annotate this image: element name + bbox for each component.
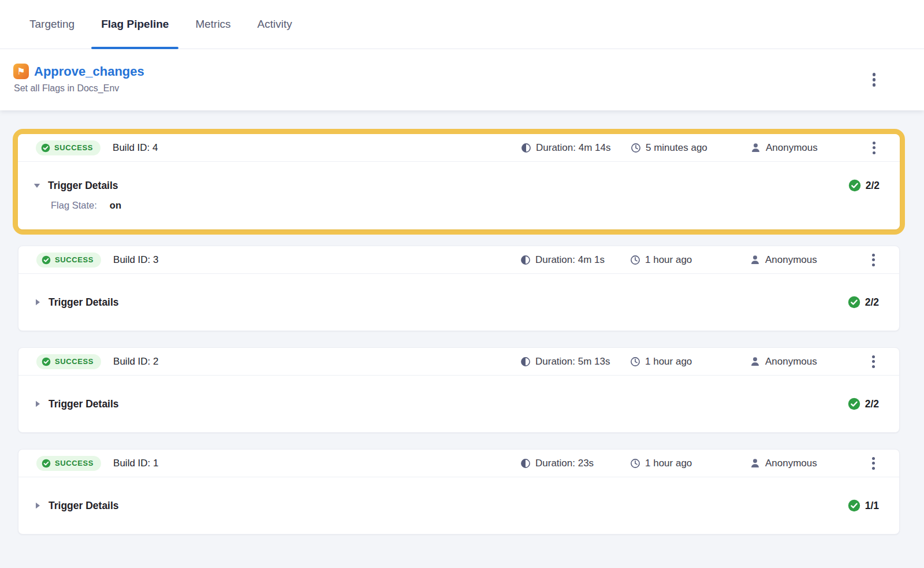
time-ago: 1 hour ago — [630, 356, 750, 367]
trigger-details-label: Trigger Details — [48, 180, 118, 192]
flag-title-block: ⚑ Approve_changes Set all Flags in Docs_… — [13, 64, 144, 94]
triangle-right-icon — [33, 400, 42, 408]
kebab-dot-icon — [872, 360, 875, 363]
executor: Anonymous — [750, 356, 869, 367]
build-body: Trigger Details 2/2 — [18, 376, 899, 432]
flag-state-label: Flag State: — [51, 200, 97, 211]
executor: Anonymous — [750, 142, 870, 154]
tab-activity[interactable]: Activity — [248, 0, 302, 49]
executor-name: Anonymous — [765, 254, 817, 266]
status-label: SUCCESS — [55, 459, 94, 467]
build-meta: Duration: 23s 1 hour ago — [520, 456, 878, 471]
stage-count-text: 1/1 — [865, 500, 879, 512]
build-body: Trigger Details 2/2 — [18, 274, 899, 331]
build-card: SUCCESS Build ID: 2 Duration: 5m 13s — [18, 347, 900, 433]
header-menu-button[interactable] — [870, 72, 879, 88]
build-body: Trigger Details 2/2 Flag State: on — [18, 162, 900, 229]
build-menu-button[interactable] — [870, 140, 878, 155]
kebab-dot-icon — [873, 146, 875, 149]
kebab-dot-icon — [872, 365, 875, 368]
duration: Duration: 4m 14s — [521, 142, 631, 154]
timelapse-icon — [520, 255, 531, 265]
build-menu-button[interactable] — [869, 354, 878, 369]
build-header-row[interactable]: SUCCESS Build ID: 4 Duration: 4m 14s — [18, 134, 900, 162]
trigger-details-toggle[interactable]: Trigger Details — [33, 296, 119, 309]
executor-name: Anonymous — [766, 142, 818, 154]
build-header-row[interactable]: SUCCESS Build ID: 1 Duration: 23s — [18, 450, 899, 477]
tab-metrics[interactable]: Metrics — [185, 0, 240, 49]
flag-header: ⚑ Approve_changes Set all Flags in Docs_… — [0, 49, 924, 110]
check-circle-icon — [42, 255, 51, 265]
trigger-details-toggle[interactable]: Trigger Details — [33, 180, 118, 192]
kebab-dot-icon — [872, 355, 875, 358]
stages-success-count: 2/2 — [848, 179, 880, 192]
person-icon — [750, 142, 761, 153]
build-list: SUCCESS Build ID: 4 Duration: 4m 14s — [0, 110, 924, 534]
stage-count-text: 2/2 — [865, 398, 879, 410]
build-meta: Duration: 4m 14s 5 minutes ago — [521, 140, 878, 155]
kebab-dot-icon — [872, 457, 875, 460]
trigger-details-label: Trigger Details — [49, 296, 119, 309]
stages-success-count: 1/1 — [848, 499, 879, 512]
status-label: SUCCESS — [54, 143, 93, 152]
status-badge: SUCCESS — [36, 354, 101, 369]
page-subtitle: Set all Flags in Docs_Env — [14, 83, 144, 94]
check-circle-icon — [848, 398, 860, 410]
build-card-container: SUCCESS Build ID: 3 Duration: 4m 1s — [18, 246, 900, 331]
time-ago: 1 hour ago — [630, 458, 750, 469]
stages-success-count: 2/2 — [848, 398, 879, 410]
clock-icon — [630, 255, 640, 265]
tab-targeting[interactable]: Targeting — [20, 0, 84, 49]
duration: Duration: 23s — [520, 458, 630, 469]
timelapse-icon — [520, 458, 531, 469]
build-meta: Duration: 4m 1s 1 hour ago — [520, 253, 878, 268]
time-ago-text: 5 minutes ago — [646, 142, 707, 154]
tab-flag-pipeline[interactable]: Flag Pipeline — [91, 0, 178, 49]
duration: Duration: 5m 13s — [520, 356, 630, 367]
build-card-container: SUCCESS Build ID: 1 Duration: 23s — [18, 449, 900, 534]
time-ago: 1 hour ago — [630, 254, 750, 266]
page-title[interactable]: Approve_changes — [34, 64, 144, 79]
kebab-dot-icon — [872, 254, 875, 257]
page-header-section: Targeting Flag Pipeline Metrics Activity… — [0, 0, 924, 110]
trigger-details-toggle[interactable]: Trigger Details — [33, 500, 119, 512]
build-card: SUCCESS Build ID: 3 Duration: 4m 1s — [18, 246, 900, 331]
trigger-details-label: Trigger Details — [49, 500, 119, 512]
build-id: Build ID: 4 — [113, 142, 158, 154]
check-circle-icon — [848, 499, 860, 512]
flag-state-value: on — [110, 200, 121, 211]
build-id: Build ID: 2 — [113, 356, 158, 367]
check-circle-icon — [848, 179, 861, 192]
executor-name: Anonymous — [765, 356, 817, 367]
stage-count-text: 2/2 — [866, 180, 880, 192]
person-icon — [750, 254, 761, 265]
triangle-right-icon — [33, 502, 42, 510]
build-card: SUCCESS Build ID: 1 Duration: 23s — [18, 449, 900, 534]
check-circle-icon — [848, 296, 860, 309]
kebab-dot-icon — [873, 142, 875, 144]
trigger-details-toggle[interactable]: Trigger Details — [33, 398, 119, 410]
timelapse-icon — [521, 143, 531, 153]
kebab-dot-icon — [872, 462, 875, 465]
build-menu-button[interactable] — [869, 456, 878, 471]
build-body: Trigger Details 1/1 — [18, 477, 899, 534]
kebab-dot-icon — [873, 151, 875, 154]
status-label: SUCCESS — [55, 255, 94, 264]
clock-icon — [631, 143, 641, 153]
build-menu-button[interactable] — [869, 253, 878, 268]
triangle-down-icon — [33, 181, 41, 190]
time-ago-text: 1 hour ago — [645, 254, 692, 266]
build-header-row[interactable]: SUCCESS Build ID: 2 Duration: 5m 13s — [18, 348, 899, 376]
tab-label: Flag Pipeline — [101, 18, 169, 31]
kebab-dot-icon — [872, 263, 875, 266]
tab-bar: Targeting Flag Pipeline Metrics Activity — [0, 0, 924, 49]
triangle-right-icon — [33, 298, 42, 306]
build-card-container: SUCCESS Build ID: 4 Duration: 4m 14s — [13, 129, 905, 235]
build-header-row[interactable]: SUCCESS Build ID: 3 Duration: 4m 1s — [18, 246, 899, 274]
person-icon — [750, 458, 761, 469]
timelapse-icon — [520, 357, 531, 367]
status-badge: SUCCESS — [36, 456, 101, 471]
flag-state-row: Flag State: on — [51, 200, 880, 211]
executor-name: Anonymous — [765, 458, 817, 469]
clock-icon — [630, 357, 640, 367]
